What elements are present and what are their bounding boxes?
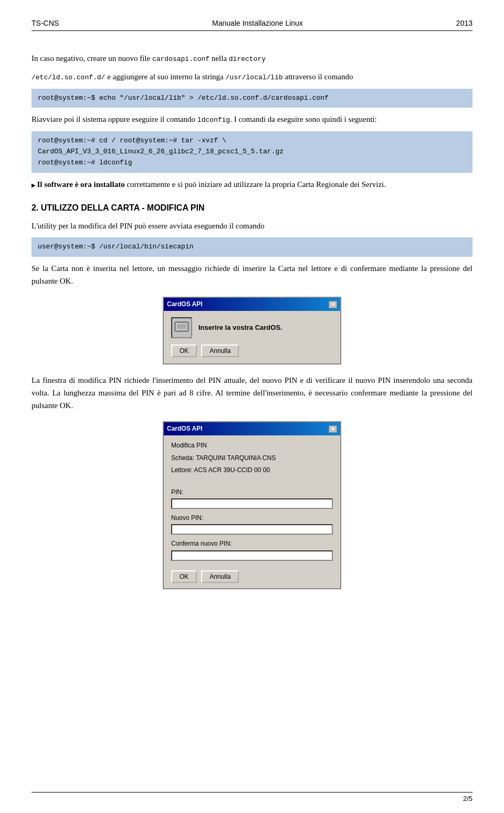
dialog2-ok-button[interactable]: OK xyxy=(171,570,197,583)
dialog2-conferma-input[interactable] xyxy=(171,550,333,561)
code-block-3: user@system:~$ /usr/local/bin/siecapin xyxy=(32,237,472,257)
dialog1: CardOS API ✕ xyxy=(163,297,341,364)
dialog2-nuovo-input[interactable] xyxy=(171,524,333,535)
para2-path: /etc/ld.so.conf.d/ xyxy=(32,74,105,81)
dialog1-message: Inserire la vostra CardOS. xyxy=(198,322,282,333)
header-left: TS-CNS xyxy=(32,19,59,27)
paragraph-1: In caso negativo, creare un nuovo file c… xyxy=(32,52,472,65)
dialog1-title: CardOS API xyxy=(167,299,203,309)
para6-text: La finestra di modifica PIN richiede l'i… xyxy=(32,376,472,410)
dialog2-lettore: Lettore: ACS ACR 39U-CCID 00 00 xyxy=(171,465,333,475)
dialog1-body: Inserire la vostra CardOS. OK Annulla xyxy=(164,311,340,363)
para4-text: L'utility per la modifica del PIN può es… xyxy=(32,222,265,230)
dialog2-pin-input[interactable] xyxy=(171,498,333,509)
para1-mid: nella xyxy=(209,54,229,62)
para2-text: e aggiungere al suo interno la stringa xyxy=(105,72,225,81)
dialog2-modifica: Modifica PIN xyxy=(171,441,333,451)
dialog2-title: CardOS API xyxy=(167,424,203,434)
dialog1-container: CardOS API ✕ xyxy=(32,297,472,364)
dialog1-titlebar: CardOS API ✕ xyxy=(164,298,340,311)
dialog2-close-button[interactable]: ✕ xyxy=(329,425,337,433)
bullet-rest: correttamente e si può iniziare ad utili… xyxy=(125,180,386,189)
svg-rect-2 xyxy=(177,324,186,329)
para5-text: Se la Carta non è inserita nel lettore, … xyxy=(32,264,472,285)
dialog1-ok-button[interactable]: OK xyxy=(171,345,197,357)
page-footer: 2/5 xyxy=(32,792,472,802)
dialog2-cancel-button[interactable]: Annulla xyxy=(201,570,239,583)
dialog2-pin-label: PIN: xyxy=(171,487,333,497)
dialog2-nuovo-label: Nuovo PIN: xyxy=(171,513,333,523)
para1-code1: cardosapi.conf xyxy=(152,55,209,63)
bullet-paragraph: Il software è ora installato correttamen… xyxy=(32,178,472,191)
dialog1-cancel-button[interactable]: Annulla xyxy=(201,345,239,357)
paragraph-4: L'utility per la modifica del PIN può es… xyxy=(32,220,472,232)
header-center: Manuale Installazione Linux xyxy=(59,19,456,27)
para2-code: /usr/local/lib xyxy=(226,74,283,81)
paragraph-3: Riavviare poi il sistema oppure eseguire… xyxy=(32,113,472,126)
section-title-text: UTILIZZO DELLA CARTA - MODIFICA PIN xyxy=(41,203,205,212)
dialog2-body: Modifica PIN Scheda: TARQUINI TARQUINIA … xyxy=(164,435,340,588)
para3-code: ldconfig xyxy=(197,116,230,124)
paragraph-2: /etc/ld.so.conf.d/ e aggiungere al suo i… xyxy=(32,70,472,84)
dialog2-titlebar: CardOS API ✕ xyxy=(164,422,340,435)
code-block-1: root@system:~$ echo "/usr/local/lib" > /… xyxy=(32,89,472,108)
dialog1-close-button[interactable]: ✕ xyxy=(329,301,337,308)
paragraph-6: La finestra di modifica PIN richiede l'i… xyxy=(32,374,472,412)
footer-right: 2/5 xyxy=(463,795,472,802)
para3-end: . I comandi da eseguire sono quindi i se… xyxy=(230,115,377,123)
section-num: 2. xyxy=(32,203,41,212)
code-block-2: root@system:~# cd / root@system:~# tar -… xyxy=(32,131,472,172)
dialog2: CardOS API ✕ Modifica PIN Scheda: TARQUI… xyxy=(163,421,341,589)
main-content: In caso negativo, creare un nuovo file c… xyxy=(32,52,472,589)
para1-text: In caso negativo, creare un nuovo file xyxy=(32,54,152,62)
dialog1-buttons: OK Annulla xyxy=(171,345,333,357)
para1-code2: directory xyxy=(229,55,266,63)
page-header: TS-CNS Manuale Installazione Linux 2013 xyxy=(32,19,472,31)
para3-text: Riavviare poi il sistema oppure eseguire… xyxy=(32,115,197,123)
paragraph-5: Se la Carta non è inserita nel lettore, … xyxy=(32,262,472,287)
dialog2-conferma-label: Conferma nuovo PIN: xyxy=(171,539,333,549)
section-title: 2. UTILIZZO DELLA CARTA - MODIFICA PIN xyxy=(32,201,472,215)
dialog2-container: CardOS API ✕ Modifica PIN Scheda: TARQUI… xyxy=(32,421,472,589)
dialog1-icon-row: Inserire la vostra CardOS. xyxy=(171,317,333,338)
bullet-bold: Il software è ora installato xyxy=(37,180,125,189)
dialog1-icon xyxy=(171,317,192,338)
page: TS-CNS Manuale Installazione Linux 2013 … xyxy=(0,0,504,813)
dialog2-scheda: Scheda: TARQUINI TARQUINIA CNS xyxy=(171,453,333,463)
para2-end: attraverso il comando xyxy=(283,72,353,81)
header-right: 2013 xyxy=(456,19,472,27)
dialog2-buttons: OK Annulla xyxy=(171,570,333,583)
